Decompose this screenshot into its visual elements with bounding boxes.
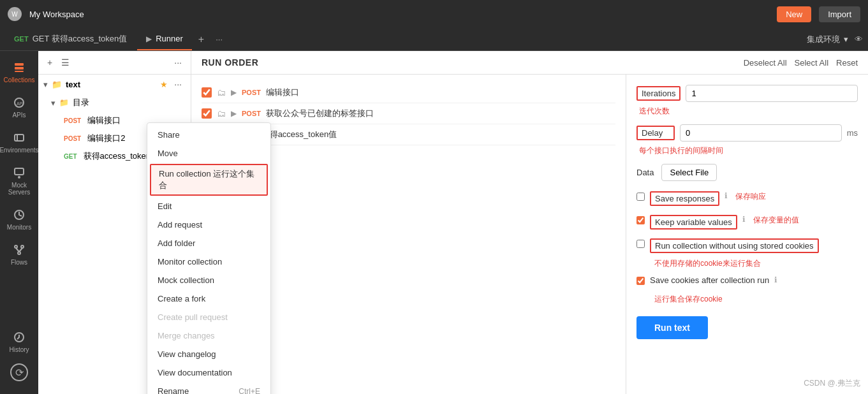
reset-btn[interactable]: Reset [836, 58, 858, 68]
import-button[interactable]: Import [819, 6, 860, 22]
new-button[interactable]: New [777, 6, 811, 22]
eye-icon[interactable]: 👁 [855, 34, 863, 44]
sidebar-item-environments[interactable]: Environments [0, 126, 38, 159]
data-row: Data Select File [636, 164, 858, 181]
ctx-mock[interactable]: Mock collection [147, 271, 270, 289]
chevron-down-icon: ▾ [43, 80, 48, 89]
watermark: CSDN @.弗兰克 [804, 378, 860, 389]
collection-icon: 📁 [52, 80, 62, 89]
delay-annotation: 每个接口执行的间隔时间 [639, 146, 723, 155]
method-get-badge: GET [61, 152, 80, 161]
sidebar-item-apis[interactable]: API APIs [0, 91, 38, 124]
svg-line-13 [16, 248, 19, 252]
sidebar-item-mock-servers[interactable]: Mock Servers [0, 161, 38, 201]
run-checkbox-2[interactable] [202, 108, 212, 119]
save-responses-annotation: 保存响应 [735, 191, 766, 202]
env-selector[interactable]: 集成环境 ▾ [807, 34, 848, 45]
env-selector-label: 集成环境 [807, 34, 840, 45]
delay-row: Delay ms [636, 124, 858, 142]
sidebar-item-monitors[interactable]: Monitors [0, 203, 38, 236]
ctx-docs[interactable]: View documentation [147, 363, 270, 382]
run-checkbox-1[interactable] [202, 87, 212, 98]
ctx-move[interactable]: Move [147, 144, 270, 163]
sidebar-item-collections[interactable]: Collections [0, 56, 38, 89]
svg-rect-2 [15, 71, 24, 72]
delay-suffix: ms [847, 128, 858, 138]
ctx-rename[interactable]: Rename Ctrl+E [147, 382, 270, 394]
ctx-run-collection[interactable]: Run collection 运行这个集合 [150, 164, 268, 196]
ctx-changelog[interactable]: View changelog [147, 345, 270, 363]
item-name-1: 编辑接口 [87, 115, 121, 126]
runner-body: 🗂 ▶ POST 编辑接口 🗂 ▶ POST 获取公众号已创建的标签接口 [191, 75, 868, 394]
arrow-icon-1: ▶ [231, 88, 237, 97]
iterations-input[interactable] [686, 85, 858, 102]
filter-btn[interactable]: ☰ [59, 56, 72, 69]
no-cookies-row: Run collection without using stored cook… [636, 238, 858, 253]
history-icon [13, 331, 26, 344]
ctx-share[interactable]: Share [147, 126, 270, 144]
no-cookies-checkbox[interactable] [636, 240, 645, 248]
more-options-btn[interactable]: ··· [172, 56, 184, 69]
more-tabs-button[interactable]: ··· [210, 34, 228, 44]
save-responses-info-icon[interactable]: ℹ [725, 191, 728, 200]
sidebar-collections-label: Collections [4, 77, 35, 84]
new-collection-btn[interactable]: + [45, 56, 55, 69]
ctx-add-folder[interactable]: Add folder [147, 234, 270, 252]
run-method-2: POST [242, 110, 261, 117]
svg-rect-0 [15, 63, 24, 66]
svg-point-11 [21, 245, 24, 248]
runner-title: RUN ORDER [202, 57, 258, 68]
save-responses-checkbox[interactable] [636, 193, 645, 201]
sidebar-item-flows[interactable]: Flows [0, 238, 38, 271]
keep-variable-checkbox[interactable] [636, 216, 645, 224]
sidebar-mock-label: Mock Servers [3, 182, 36, 196]
collection-item-text[interactable]: ▾ 📁 text ★ ··· [38, 75, 191, 94]
save-cookies-checkbox[interactable] [636, 277, 645, 285]
save-cookies-info-icon[interactable]: ℹ [774, 275, 777, 284]
runner-header: RUN ORDER Deselect All Select All Reset [191, 51, 868, 75]
panel-header: + ☰ ··· [38, 51, 191, 75]
mock-icon [13, 166, 26, 179]
delay-input[interactable] [680, 124, 842, 142]
save-responses-row: Save responses ℹ 保存响应 [636, 191, 858, 206]
ctx-add-request[interactable]: Add request [147, 215, 270, 234]
keep-variable-info-icon[interactable]: ℹ [742, 215, 746, 224]
tab-get-access-token[interactable]: GET GET 获得access_token值 [5, 28, 136, 50]
select-all-btn[interactable]: Select All [795, 58, 828, 68]
ctx-fork[interactable]: Create a fork [147, 289, 270, 308]
delay-label: Delay [636, 126, 675, 140]
run-name-2: 获取公众号已创建的标签接口 [266, 108, 374, 119]
no-cookies-label: Run collection without using stored cook… [650, 238, 819, 253]
svg-text:API: API [17, 101, 24, 106]
sidebar-item-account[interactable]: ⟳ [6, 358, 31, 386]
keep-variable-row: Keep variable values ℹ 保存变量的值 [636, 215, 858, 230]
chevron-down-icon: ▾ [844, 34, 848, 44]
new-tab-button[interactable]: + [193, 34, 209, 45]
tab-runner-label: Runner [156, 34, 183, 43]
collection-folder[interactable]: ▾ 📁 目录 [38, 94, 191, 112]
item-name-2: 编辑接口2 [87, 133, 125, 144]
run-btn[interactable]: Run text [636, 316, 708, 339]
keep-variable-annotation: 保存变量的值 [753, 215, 799, 226]
rename-shortcut: Ctrl+E [239, 387, 260, 395]
sidebar-item-history[interactable]: History [6, 326, 31, 358]
ctx-monitor[interactable]: Monitor collection [147, 252, 270, 271]
flows-icon [13, 244, 26, 256]
collections-icon [13, 61, 26, 74]
method-post-badge: POST [61, 117, 84, 125]
tab-runner[interactable]: ▶ Runner [137, 28, 192, 50]
run-item-1: 🗂 ▶ POST 编辑接口 [202, 82, 615, 103]
svg-rect-1 [15, 67, 24, 69]
tab-method-badge: GET [14, 35, 29, 43]
sidebar-apis-label: APIs [12, 112, 26, 119]
deselect-all-btn[interactable]: Deselect All [744, 58, 787, 68]
collection-more-btn[interactable]: ··· [172, 78, 184, 91]
ctx-edit[interactable]: Edit [147, 197, 270, 215]
workspace-icon: W [8, 7, 22, 21]
runner-play-icon: ▶ [146, 34, 152, 43]
select-file-btn[interactable]: Select File [661, 164, 717, 181]
save-cookies-label: Save cookies after collection run [650, 275, 769, 285]
keep-variable-label: Keep variable values [650, 215, 737, 230]
runner-header-actions: Deselect All Select All Reset [744, 58, 858, 68]
folder-icon: 📁 [59, 98, 69, 107]
